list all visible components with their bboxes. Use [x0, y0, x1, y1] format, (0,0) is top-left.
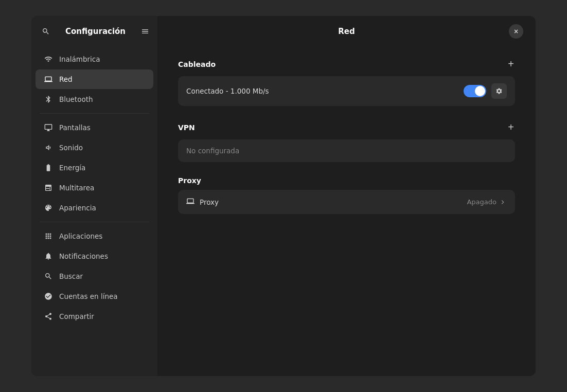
display-icon [44, 123, 53, 132]
apps-icon [44, 231, 53, 241]
sidebar-item-bluetooth[interactable]: Bluetooth [36, 90, 153, 109]
sidebar-item-red[interactable]: Red [36, 69, 153, 89]
sidebar-item-label-sonido: Sonido [59, 144, 83, 152]
vpn-section: VPN + No configurada [178, 120, 515, 162]
nav-divider-2 [40, 222, 149, 222]
proxy-row-left: Proxy [186, 197, 219, 207]
cableado-header: Cableado + [178, 57, 515, 71]
sidebar-item-multitarea[interactable]: Multitarea [36, 178, 153, 198]
main-body: Cableado + Conectado - 1.000 Mb/s [157, 47, 536, 376]
chevron-right-icon [499, 198, 507, 206]
nav-section-network: Inalámbrica Red Bluetooth [31, 49, 157, 109]
sidebar-item-label-apariencia: Apariencia [59, 204, 96, 212]
bluetooth-icon [44, 95, 53, 104]
proxy-header: Proxy [178, 176, 515, 185]
multitask-icon [44, 183, 53, 192]
vpn-title: VPN [178, 123, 195, 132]
sidebar-item-sonido[interactable]: Sonido [36, 138, 153, 157]
sidebar-item-compartir[interactable]: Compartir [36, 307, 153, 326]
share-icon [44, 312, 53, 321]
cableado-controls [464, 83, 507, 99]
proxy-nav-icon [186, 197, 194, 207]
close-button[interactable]: × [509, 24, 523, 39]
sidebar-item-label-cuentas: Cuentas en línea [59, 292, 118, 300]
cableado-section: Cableado + Conectado - 1.000 Mb/s [178, 57, 515, 106]
menu-button[interactable] [139, 25, 151, 38]
main-content: Red × Cableado + Conectado - 1.000 Mb/s [157, 16, 536, 376]
sidebar: Configuración Inalámbrica Red [31, 16, 157, 376]
proxy-status: Apagado [467, 198, 497, 206]
search-nav-icon [44, 272, 53, 281]
sidebar-item-apariencia[interactable]: Apariencia [36, 198, 153, 218]
sidebar-title: Configuración [65, 27, 126, 36]
energy-icon [44, 163, 53, 172]
vpn-status-label: No configurada [186, 147, 239, 155]
sidebar-item-label-energia: Energía [59, 164, 85, 172]
proxy-row[interactable]: Proxy Apagado [178, 190, 515, 214]
sidebar-item-aplicaciones[interactable]: Aplicaciones [36, 226, 153, 246]
nav-section-apps: Aplicaciones Notificaciones Buscar [31, 226, 157, 326]
vpn-add-button[interactable]: + [507, 120, 515, 134]
main-header: Red × [157, 16, 536, 47]
connection-status-label: Conectado - 1.000 Mb/s [186, 87, 269, 95]
sidebar-item-label-notificaciones: Notificaciones [59, 252, 108, 260]
bell-icon [44, 252, 53, 261]
sidebar-item-label-pantallas: Pantallas [59, 123, 91, 132]
sidebar-item-label-buscar: Buscar [59, 272, 83, 280]
sidebar-item-label-multitarea: Multitarea [59, 184, 94, 192]
sidebar-item-label-compartir: Compartir [59, 312, 94, 320]
proxy-section: Proxy Proxy Apagado [178, 176, 515, 214]
nav-divider-1 [40, 113, 149, 114]
cableado-settings-button[interactable] [491, 83, 507, 99]
cableado-toggle[interactable] [464, 85, 486, 97]
sound-icon [44, 143, 53, 152]
sidebar-item-pantallas[interactable]: Pantallas [36, 118, 153, 137]
sidebar-header: Configuración [31, 16, 157, 47]
sidebar-item-label-bluetooth: Bluetooth [59, 95, 93, 103]
cableado-title: Cableado [178, 60, 216, 68]
appearance-icon [44, 203, 53, 212]
network-icon [44, 75, 53, 84]
vpn-card: No configurada [178, 139, 515, 162]
wifi-icon [44, 55, 53, 64]
cableado-add-button[interactable]: + [507, 57, 515, 71]
proxy-row-right: Apagado [467, 198, 507, 206]
proxy-label: Proxy [200, 198, 219, 206]
accounts-icon [44, 292, 53, 301]
sidebar-item-label-inalambrica: Inalámbrica [59, 55, 100, 63]
proxy-card: Proxy Apagado [178, 190, 515, 214]
sidebar-item-notificaciones[interactable]: Notificaciones [36, 246, 153, 266]
sidebar-item-label-aplicaciones: Aplicaciones [59, 232, 102, 240]
cableado-card: Conectado - 1.000 Mb/s [178, 76, 515, 106]
cableado-row: Conectado - 1.000 Mb/s [178, 76, 515, 106]
sidebar-item-inalambrica[interactable]: Inalámbrica [36, 49, 153, 69]
vpn-header: VPN + [178, 120, 515, 134]
proxy-title: Proxy [178, 176, 201, 185]
nav-section-display: Pantallas Sonido Energía [31, 118, 157, 218]
sidebar-item-cuentas[interactable]: Cuentas en línea [36, 287, 153, 306]
sidebar-navigation: Inalámbrica Red Bluetooth [31, 47, 157, 376]
sidebar-item-energia[interactable]: Energía [36, 158, 153, 177]
page-title: Red [184, 27, 509, 36]
vpn-row: No configurada [178, 139, 515, 162]
settings-window: Configuración Inalámbrica Red [31, 16, 536, 376]
sidebar-item-buscar[interactable]: Buscar [36, 266, 153, 286]
search-button[interactable] [40, 25, 52, 38]
sidebar-item-label-red: Red [59, 75, 73, 83]
